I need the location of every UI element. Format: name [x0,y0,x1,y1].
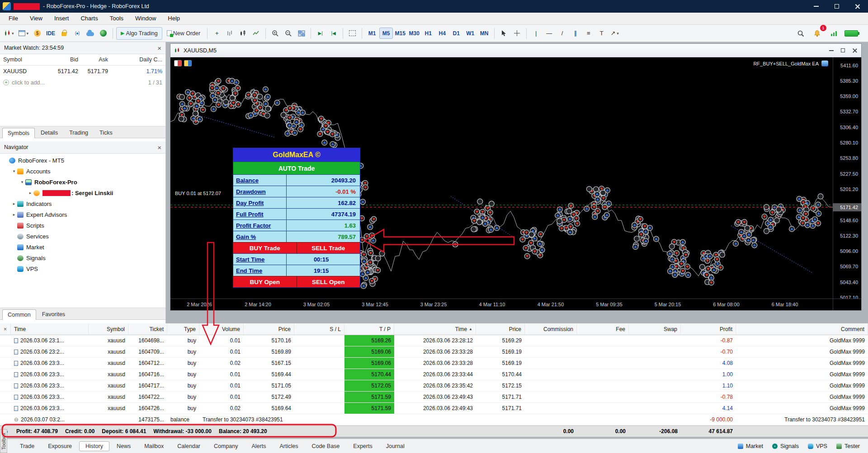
chart-plot-area[interactable]: RF_BUY+SELL_GoldMax EA BUY 0.01 at 5172.… [170,57,833,299]
menu-item-tools[interactable]: Tools [104,13,129,24]
tree-item-scripts[interactable]: Scripts [0,220,165,231]
minimize-button[interactable] [806,0,826,13]
tab-common[interactable]: Common [2,309,36,320]
new-order-button[interactable]: New Order [163,27,204,40]
chart-shift-button[interactable]: |◀ [327,27,340,40]
line-chart-button[interactable] [250,27,262,40]
zoom-in-button[interactable] [269,27,281,40]
column-header-time[interactable]: Time▲ [394,323,476,335]
dock-tab-trade[interactable]: Trade [14,441,41,451]
timeframe-mn[interactable]: MN [477,28,491,39]
tree-item-services[interactable]: Services [0,231,165,242]
timeframe-m15[interactable]: M15 [393,28,407,39]
dock-tab-alerts[interactable]: Alerts [245,441,273,451]
indicators-frame-button[interactable] [346,27,359,40]
dock-tab-calendar[interactable]: Calendar [171,441,207,451]
timeframe-m5[interactable]: M5 [379,28,393,39]
time-axis[interactable]: 2 Mar 20262 Mar 14:203 Mar 02:053 Mar 12… [170,299,833,310]
timeframe-d1[interactable]: D1 [449,28,463,39]
quotes-button[interactable]: $ [31,27,43,40]
tab-ticks[interactable]: Ticks [94,127,118,138]
dock-tab-experts[interactable]: Experts [347,441,378,451]
history-row[interactable]: 2026.03.06 23:1...xauusd1604698...buy0.0… [0,335,868,346]
lock-button[interactable] [58,27,70,40]
timeframe-m30[interactable]: M30 [407,28,421,39]
chevron-down-icon[interactable]: ▾ [11,169,17,173]
mw-column-3[interactable]: Daily C... [111,56,165,63]
auto-scroll-button[interactable]: ▶| [314,27,326,40]
chevron-right-icon[interactable]: ▸ [11,201,17,206]
dock-tab-history[interactable]: History [79,441,109,451]
column-header-comment[interactable]: Comment [736,323,868,335]
trendline-button[interactable]: / [556,27,568,40]
column-header-commission[interactable]: Commission [525,323,577,335]
crosshair-mode-button[interactable]: + [211,27,223,40]
history-row[interactable]: 2026.03.06 23:3...xauusd1604717...buy0.0… [0,380,868,392]
dock-tab-articles[interactable]: Articles [273,441,304,451]
dock-tab-mailbox[interactable]: Mailbox [138,441,170,451]
mw-column-1[interactable]: Bid [53,56,81,63]
cloud-button[interactable] [84,27,96,40]
history-balance-row[interactable]: ⊖2026.03.07 03:2...1473175...balanceTran… [0,414,868,425]
tab-symbols[interactable]: Symbols [2,128,35,138]
channel-button[interactable]: ∥ [569,27,581,40]
click-to-add-row[interactable]: + click to add... 1 / 31 [0,77,165,88]
tree-item-roboforex-pro[interactable]: ▾RoboForex-Pro [0,177,165,187]
chevron-down-icon[interactable]: ▾ [19,180,25,184]
column-header-fee[interactable]: Fee [577,323,629,335]
tab-trading[interactable]: Trading [64,127,94,138]
mw-column-0[interactable]: Symbol [0,56,53,63]
column-header-sl[interactable]: S / L [294,323,344,335]
tree-item-vps[interactable]: VPS [0,263,165,274]
menu-item-charts[interactable]: Charts [75,13,104,24]
shapes-button[interactable]: ↗▾ [609,27,621,40]
tree-item-market[interactable]: Market [0,242,165,252]
dock-tab-code-base[interactable]: Code Base [305,441,346,451]
tree-item-signals[interactable]: Signals [0,252,165,263]
timeframe-m1[interactable]: M1 [365,28,379,39]
text-tool-button[interactable]: T [595,27,608,40]
history-row[interactable]: 2026.03.06 23:3...xauusd1604712...buy0.0… [0,358,868,369]
notifications-button[interactable]: 1 [811,27,823,40]
tree-item-expert-advisors[interactable]: ▸Expert Advisors [0,209,165,220]
indicator-shortcut-icon-1[interactable] [174,60,182,66]
menu-item-insert[interactable]: Insert [48,13,75,24]
status-item-signals[interactable]: Signals [772,443,799,449]
menu-item-view[interactable]: View [24,13,48,24]
dock-tab-company[interactable]: Company [208,441,245,451]
zoom-out-button[interactable] [282,27,294,40]
chart-type-button[interactable]: ▾ [3,27,16,40]
menu-item-window[interactable]: Window [129,13,162,24]
timeframe-h4[interactable]: H4 [435,28,449,39]
new-chart-button[interactable]: ▾ [17,27,31,40]
bar-chart-button[interactable] [224,27,236,40]
maximize-button[interactable] [826,0,847,13]
fibonacci-button[interactable]: ≡ [582,27,594,40]
price-scale[interactable]: 5171.42 5411.605385.305359.005332.705306… [833,57,861,299]
history-row[interactable]: 2026.03.06 23:3...xauusd1604722...buy0.0… [0,392,868,403]
dock-tab-exposure[interactable]: Exposure [42,441,78,451]
column-header-profit[interactable]: Profit [681,323,736,335]
history-row[interactable]: 2026.03.06 23:3...xauusd1604726...buy0.0… [0,403,868,414]
dock-tab-journal[interactable]: Journal [380,441,411,451]
crosshair-button[interactable] [511,27,523,40]
timeframe-w1[interactable]: W1 [463,28,477,39]
chevron-right-icon[interactable]: ▸ [27,191,33,195]
column-header-ticket[interactable]: Ticket [128,323,167,335]
menu-item-file[interactable]: File [3,13,24,24]
chart-window-titlebar[interactable]: XAUUSD,M5 [170,44,861,57]
algo-trading-button[interactable]: ▶ Algo Trading [116,27,162,40]
mw-column-2[interactable]: Ask [81,56,111,63]
minimize-icon[interactable] [829,50,834,51]
status-item-vps[interactable]: VPS [808,443,827,449]
column-header-swap[interactable]: Swap [629,323,681,335]
column-header-tp[interactable]: T / P [344,323,394,335]
tile-windows-button[interactable] [295,27,307,40]
status-item-market[interactable]: Market [738,443,763,449]
chevron-right-icon[interactable]: ▸ [11,212,17,217]
menu-item-help[interactable]: Help [162,13,186,24]
history-row[interactable]: 2026.03.06 23:3...xauusd1604716...buy0.0… [0,369,868,380]
performance-button[interactable] [828,27,840,40]
tree-item-roboforex-mt-[interactable]: RoboForex - MT5 [0,155,165,166]
dock-tab-news[interactable]: News [110,441,137,451]
